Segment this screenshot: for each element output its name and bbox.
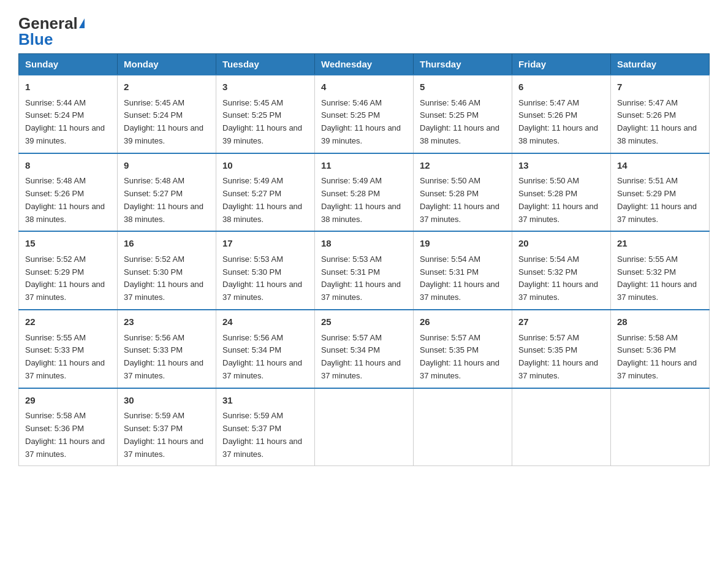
day-info: Sunrise: 5:49 AMSunset: 5:27 PMDaylight:… — [222, 176, 302, 223]
calendar-day-cell: 28 Sunrise: 5:58 AMSunset: 5:36 PMDaylig… — [611, 310, 710, 388]
day-number: 22 — [25, 315, 111, 329]
calendar-day-cell: 12 Sunrise: 5:50 AMSunset: 5:28 PMDaylig… — [414, 153, 512, 232]
day-info: Sunrise: 5:49 AMSunset: 5:28 PMDaylight:… — [321, 176, 401, 223]
calendar-day-cell: 16 Sunrise: 5:52 AMSunset: 5:30 PMDaylig… — [118, 231, 216, 310]
weekday-header-friday: Friday — [512, 54, 611, 75]
calendar-week-row: 22 Sunrise: 5:55 AMSunset: 5:33 PMDaylig… — [19, 310, 710, 388]
day-info: Sunrise: 5:56 AMSunset: 5:34 PMDaylight:… — [222, 333, 302, 380]
calendar-day-cell: 4 Sunrise: 5:46 AMSunset: 5:25 PMDayligh… — [315, 75, 414, 153]
day-info: Sunrise: 5:54 AMSunset: 5:31 PMDaylight:… — [420, 255, 499, 302]
day-info: Sunrise: 5:50 AMSunset: 5:28 PMDaylight:… — [420, 176, 499, 223]
day-info: Sunrise: 5:59 AMSunset: 5:37 PMDaylight:… — [222, 411, 302, 458]
calendar-day-cell: 11 Sunrise: 5:49 AMSunset: 5:28 PMDaylig… — [315, 153, 414, 232]
weekday-header-wednesday: Wednesday — [315, 54, 414, 75]
logo-triangle-icon — [79, 18, 85, 28]
day-info: Sunrise: 5:52 AMSunset: 5:29 PMDaylight:… — [25, 255, 105, 302]
day-number: 24 — [222, 315, 308, 329]
day-number: 1 — [25, 80, 111, 94]
day-number: 17 — [222, 237, 308, 251]
calendar-week-row: 8 Sunrise: 5:48 AMSunset: 5:26 PMDayligh… — [19, 153, 710, 232]
day-number: 20 — [518, 237, 604, 251]
weekday-header-tuesday: Tuesday — [216, 54, 315, 75]
day-number: 6 — [518, 80, 604, 94]
day-info: Sunrise: 5:57 AMSunset: 5:35 PMDaylight:… — [518, 333, 598, 380]
calendar-day-cell — [414, 388, 512, 466]
calendar-day-cell: 2 Sunrise: 5:45 AMSunset: 5:24 PMDayligh… — [118, 75, 216, 153]
day-number: 4 — [321, 80, 407, 94]
day-info: Sunrise: 5:57 AMSunset: 5:35 PMDaylight:… — [420, 333, 499, 380]
day-number: 31 — [222, 394, 308, 408]
day-number: 8 — [25, 159, 111, 173]
calendar-week-row: 29 Sunrise: 5:58 AMSunset: 5:36 PMDaylig… — [19, 388, 710, 466]
day-info: Sunrise: 5:58 AMSunset: 5:36 PMDaylight:… — [25, 411, 105, 458]
weekday-header-saturday: Saturday — [611, 54, 710, 75]
calendar-day-cell: 9 Sunrise: 5:48 AMSunset: 5:27 PMDayligh… — [118, 153, 216, 232]
day-number: 9 — [124, 159, 210, 173]
day-number: 15 — [25, 237, 111, 251]
calendar-day-cell: 26 Sunrise: 5:57 AMSunset: 5:35 PMDaylig… — [414, 310, 512, 388]
calendar-day-cell: 31 Sunrise: 5:59 AMSunset: 5:37 PMDaylig… — [216, 388, 315, 466]
day-info: Sunrise: 5:47 AMSunset: 5:26 PMDaylight:… — [617, 98, 697, 145]
day-number: 29 — [25, 394, 111, 408]
day-info: Sunrise: 5:53 AMSunset: 5:30 PMDaylight:… — [222, 255, 302, 302]
day-info: Sunrise: 5:47 AMSunset: 5:26 PMDaylight:… — [518, 98, 598, 145]
weekday-header-monday: Monday — [118, 54, 216, 75]
calendar-day-cell — [611, 388, 710, 466]
calendar-day-cell — [315, 388, 414, 466]
calendar-day-cell: 29 Sunrise: 5:58 AMSunset: 5:36 PMDaylig… — [19, 388, 118, 466]
day-number: 2 — [124, 80, 210, 94]
day-number: 7 — [617, 80, 703, 94]
calendar-day-cell: 13 Sunrise: 5:50 AMSunset: 5:28 PMDaylig… — [512, 153, 611, 232]
day-info: Sunrise: 5:44 AMSunset: 5:24 PMDaylight:… — [25, 98, 105, 145]
calendar-day-cell: 17 Sunrise: 5:53 AMSunset: 5:30 PMDaylig… — [216, 231, 315, 310]
day-info: Sunrise: 5:53 AMSunset: 5:31 PMDaylight:… — [321, 255, 401, 302]
day-info: Sunrise: 5:46 AMSunset: 5:25 PMDaylight:… — [321, 98, 401, 145]
calendar-day-cell: 23 Sunrise: 5:56 AMSunset: 5:33 PMDaylig… — [118, 310, 216, 388]
weekday-header-thursday: Thursday — [414, 54, 512, 75]
day-number: 26 — [420, 315, 506, 329]
day-number: 28 — [617, 315, 703, 329]
calendar-table: SundayMondayTuesdayWednesdayThursdayFrid… — [18, 53, 710, 466]
calendar-day-cell — [512, 388, 611, 466]
day-info: Sunrise: 5:45 AMSunset: 5:25 PMDaylight:… — [222, 98, 302, 145]
calendar-day-cell: 5 Sunrise: 5:46 AMSunset: 5:25 PMDayligh… — [414, 75, 512, 153]
day-number: 5 — [420, 80, 506, 94]
calendar-day-cell: 19 Sunrise: 5:54 AMSunset: 5:31 PMDaylig… — [414, 231, 512, 310]
page-header: General Blue — [18, 12, 710, 47]
day-number: 18 — [321, 237, 407, 251]
calendar-day-cell: 21 Sunrise: 5:55 AMSunset: 5:32 PMDaylig… — [611, 231, 710, 310]
day-number: 27 — [518, 315, 604, 329]
calendar-day-cell: 10 Sunrise: 5:49 AMSunset: 5:27 PMDaylig… — [216, 153, 315, 232]
day-number: 12 — [420, 159, 506, 173]
day-info: Sunrise: 5:50 AMSunset: 5:28 PMDaylight:… — [518, 176, 598, 223]
weekday-header-row: SundayMondayTuesdayWednesdayThursdayFrid… — [19, 54, 710, 75]
day-info: Sunrise: 5:51 AMSunset: 5:29 PMDaylight:… — [617, 176, 697, 223]
day-number: 16 — [124, 237, 210, 251]
calendar-week-row: 15 Sunrise: 5:52 AMSunset: 5:29 PMDaylig… — [19, 231, 710, 310]
calendar-day-cell: 25 Sunrise: 5:57 AMSunset: 5:34 PMDaylig… — [315, 310, 414, 388]
day-number: 19 — [420, 237, 506, 251]
calendar-day-cell: 22 Sunrise: 5:55 AMSunset: 5:33 PMDaylig… — [19, 310, 118, 388]
day-info: Sunrise: 5:58 AMSunset: 5:36 PMDaylight:… — [617, 333, 697, 380]
calendar-day-cell: 24 Sunrise: 5:56 AMSunset: 5:34 PMDaylig… — [216, 310, 315, 388]
calendar-day-cell: 18 Sunrise: 5:53 AMSunset: 5:31 PMDaylig… — [315, 231, 414, 310]
day-number: 3 — [222, 80, 308, 94]
calendar-day-cell: 30 Sunrise: 5:59 AMSunset: 5:37 PMDaylig… — [118, 388, 216, 466]
day-info: Sunrise: 5:45 AMSunset: 5:24 PMDaylight:… — [124, 98, 203, 145]
day-info: Sunrise: 5:54 AMSunset: 5:32 PMDaylight:… — [518, 255, 598, 302]
calendar-body: 1 Sunrise: 5:44 AMSunset: 5:24 PMDayligh… — [19, 75, 710, 466]
logo-general-text: General — [18, 15, 85, 31]
calendar-day-cell: 8 Sunrise: 5:48 AMSunset: 5:26 PMDayligh… — [19, 153, 118, 232]
calendar-day-cell: 20 Sunrise: 5:54 AMSunset: 5:32 PMDaylig… — [512, 231, 611, 310]
day-info: Sunrise: 5:46 AMSunset: 5:25 PMDaylight:… — [420, 98, 499, 145]
day-number: 11 — [321, 159, 407, 173]
day-number: 21 — [617, 237, 703, 251]
calendar-week-row: 1 Sunrise: 5:44 AMSunset: 5:24 PMDayligh… — [19, 75, 710, 153]
day-info: Sunrise: 5:52 AMSunset: 5:30 PMDaylight:… — [124, 255, 203, 302]
day-info: Sunrise: 5:55 AMSunset: 5:32 PMDaylight:… — [617, 255, 697, 302]
day-info: Sunrise: 5:59 AMSunset: 5:37 PMDaylight:… — [124, 411, 203, 458]
calendar-day-cell: 14 Sunrise: 5:51 AMSunset: 5:29 PMDaylig… — [611, 153, 710, 232]
day-info: Sunrise: 5:56 AMSunset: 5:33 PMDaylight:… — [124, 333, 203, 380]
logo: General Blue — [18, 12, 85, 47]
calendar-day-cell: 3 Sunrise: 5:45 AMSunset: 5:25 PMDayligh… — [216, 75, 315, 153]
